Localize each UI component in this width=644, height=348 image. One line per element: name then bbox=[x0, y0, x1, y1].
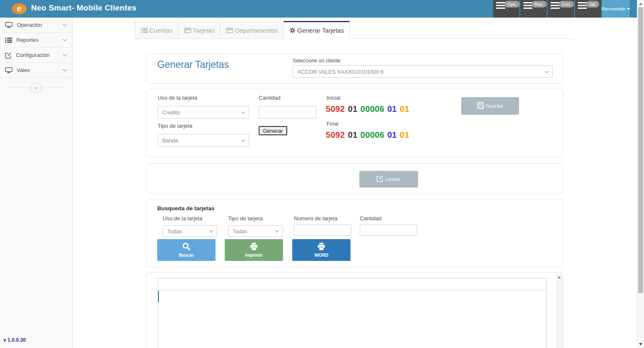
limpiar-label: Limpiar bbox=[385, 177, 400, 182]
results-table-header bbox=[158, 278, 547, 290]
search-uso-select[interactable]: Todas bbox=[163, 225, 217, 237]
welcome-button[interactable]: Bienvenido bbox=[602, 0, 630, 18]
monitor-icon bbox=[5, 22, 13, 28]
client-select-value: ACCOR VALES XAXX010101000 6 bbox=[297, 69, 384, 75]
tab-label: Departamentos bbox=[235, 27, 278, 34]
page-title: Generar Tarjetas bbox=[157, 59, 229, 70]
shortcut-badge: Ope. bbox=[504, 1, 520, 8]
app-window: e Neo Smart- Mobile Clientes Ope. Rep. C… bbox=[0, 0, 644, 348]
cantidad-label: Cantidad bbox=[259, 95, 280, 101]
tab-tarjetas[interactable]: Tarjetas bbox=[178, 22, 221, 39]
buscar-label: Buscar bbox=[179, 253, 194, 258]
sidebar-item-label: Operación bbox=[17, 22, 42, 28]
sidebar-collapse-row: « bbox=[0, 81, 72, 95]
chevron-down-icon bbox=[545, 69, 548, 72]
guardar-button[interactable]: Guardar bbox=[461, 97, 519, 115]
page-scrollbar[interactable] bbox=[637, 0, 644, 348]
limpiar-button[interactable]: Limpiar bbox=[359, 171, 418, 188]
numero-tarjeta-label: Numero de tarjeta bbox=[294, 215, 338, 222]
limpiar-panel: Limpiar bbox=[146, 163, 564, 193]
sidebar: Operación Reportes Configuración Vales bbox=[0, 18, 73, 348]
card-number-segment: 01 bbox=[400, 130, 410, 139]
shortcut-operacion[interactable]: Ope. bbox=[493, 0, 519, 18]
uso-tarjeta-select[interactable]: Credito bbox=[158, 106, 249, 119]
shortcut-configuracion[interactable]: Con. bbox=[548, 0, 574, 18]
sidebar-collapse-button[interactable]: « bbox=[31, 82, 42, 93]
inicial-card-number: 509201000060101 bbox=[326, 104, 412, 114]
sidebar-item-operacion[interactable]: Operación bbox=[0, 18, 72, 33]
tab-label: Generar Tarjetas bbox=[297, 27, 344, 34]
sidebar-item-label: Configuración bbox=[16, 52, 49, 58]
buscar-button[interactable]: Buscar bbox=[157, 239, 216, 261]
menu-icon bbox=[496, 2, 505, 10]
sidebar-item-configuracion[interactable]: Configuración bbox=[0, 48, 72, 63]
scrollbar-thumb[interactable] bbox=[638, 7, 643, 293]
scroll-down-icon[interactable] bbox=[639, 343, 642, 345]
welcome-label: Bienvenido bbox=[602, 6, 626, 11]
chevron-down-icon bbox=[63, 22, 67, 26]
app-logo-icon: e bbox=[12, 3, 27, 14]
generar-button[interactable]: Generar bbox=[259, 126, 287, 135]
tab-generar-tarjetas[interactable]: Generar Tarjetas bbox=[283, 21, 350, 39]
word-button[interactable]: WORD bbox=[292, 239, 351, 261]
generation-form-panel: Uso de la tarjeta Credito Tipo de tarjet… bbox=[146, 89, 564, 157]
scroll-up-icon[interactable] bbox=[558, 276, 561, 278]
menu-icon bbox=[523, 2, 532, 10]
shortcut-reportes[interactable]: Rep. bbox=[520, 0, 547, 18]
guardar-label: Guardar bbox=[486, 103, 503, 108]
sidebar-item-vales[interactable]: Vales bbox=[0, 63, 72, 78]
edit-icon bbox=[5, 52, 12, 59]
shortcut-vales[interactable]: Val. bbox=[575, 0, 601, 18]
tipo-tarjeta-select[interactable]: Banda bbox=[158, 134, 249, 147]
card-number-segment: 00006 bbox=[361, 130, 384, 139]
search-uso-value: Todas bbox=[167, 228, 182, 235]
cantidad-input[interactable] bbox=[259, 106, 317, 119]
client-select[interactable]: ACCOR VALES XAXX010101000 6 bbox=[293, 65, 553, 78]
search-panel: Busqueda de tarjetas Uso de la tarjeta T… bbox=[146, 199, 564, 267]
selection-caret bbox=[158, 291, 159, 302]
results-scrollbar[interactable] bbox=[556, 274, 563, 348]
tab-label: Cuentas bbox=[149, 27, 173, 34]
menu-icon bbox=[551, 2, 560, 10]
chevron-down-icon bbox=[63, 67, 67, 72]
chevron-down-icon bbox=[63, 37, 67, 41]
tab-label: Tarjetas bbox=[193, 27, 215, 34]
tab-departamentos[interactable]: Departamentos bbox=[220, 22, 284, 39]
search-tipo-label: Tipo de tarjeta bbox=[228, 215, 263, 222]
imprimir-label: Imprimir bbox=[245, 253, 262, 258]
search-cantidad-label: Cantidad bbox=[360, 215, 382, 222]
imprimir-button[interactable]: Imprimir bbox=[225, 239, 283, 261]
shortcut-badge: Val. bbox=[586, 1, 599, 8]
tab-cuentas[interactable]: Cuentas bbox=[135, 22, 179, 39]
results-table-body bbox=[158, 290, 547, 348]
app-title: Neo Smart- Mobile Clientes bbox=[31, 3, 136, 13]
tab-bar: Cuentas Tarjetas Departamentos Generar T… bbox=[135, 21, 574, 39]
card-icon bbox=[226, 28, 233, 33]
final-label: Final bbox=[327, 121, 338, 127]
final-card-number: 509201000060101 bbox=[326, 130, 412, 140]
card-number-segment: 5092 bbox=[326, 130, 345, 139]
scroll-up-icon[interactable] bbox=[639, 3, 642, 5]
numero-tarjeta-input[interactable] bbox=[294, 224, 351, 236]
chevron-down-icon bbox=[63, 52, 67, 57]
sidebar-item-reportes[interactable]: Reportes bbox=[0, 33, 72, 48]
search-tipo-value: Todas bbox=[233, 228, 247, 235]
card-number-segment: 01 bbox=[348, 104, 358, 113]
tipo-tarjeta-label: Tipo de tarjeta bbox=[158, 123, 192, 129]
card-number-segment: 00006 bbox=[361, 104, 384, 113]
search-cantidad-input[interactable] bbox=[360, 224, 417, 236]
chevron-down-icon bbox=[242, 138, 245, 141]
word-label: WORD bbox=[314, 253, 328, 258]
uso-tarjeta-value: Credito bbox=[162, 109, 180, 116]
app-header: e Neo Smart- Mobile Clientes Ope. Rep. C… bbox=[0, 0, 637, 18]
results-panel bbox=[146, 272, 564, 348]
search-tipo-select[interactable]: Todas bbox=[228, 225, 283, 237]
card-icon bbox=[184, 28, 191, 33]
card-number-segment: 5092 bbox=[326, 104, 345, 113]
gear-icon bbox=[289, 27, 296, 34]
search-uso-label: Uso de la tarjeta bbox=[163, 215, 203, 222]
save-icon bbox=[477, 102, 484, 109]
shortcut-badge: Rep. bbox=[532, 1, 547, 8]
menu-icon bbox=[578, 2, 587, 10]
search-section-title: Busqueda de tarjetas bbox=[157, 205, 215, 211]
